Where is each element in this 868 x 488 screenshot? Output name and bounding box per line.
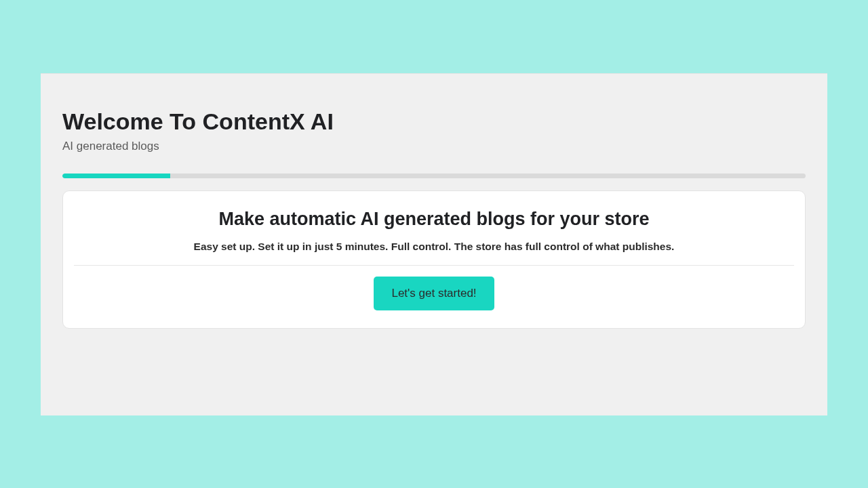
progress-bar xyxy=(62,174,806,178)
card-heading: Make automatic AI generated blogs for yo… xyxy=(77,209,791,230)
divider xyxy=(74,265,794,266)
page-title: Welcome To ContentX AI xyxy=(62,108,806,136)
onboarding-panel: Welcome To ContentX AI AI generated blog… xyxy=(41,73,827,415)
onboarding-card: Make automatic AI generated blogs for yo… xyxy=(62,190,806,329)
page-subtitle: AI generated blogs xyxy=(62,140,806,153)
card-subtext: Easy set up. Set it up in just 5 minutes… xyxy=(77,241,791,265)
progress-fill xyxy=(62,174,170,178)
get-started-button[interactable]: Let's get started! xyxy=(374,277,494,310)
